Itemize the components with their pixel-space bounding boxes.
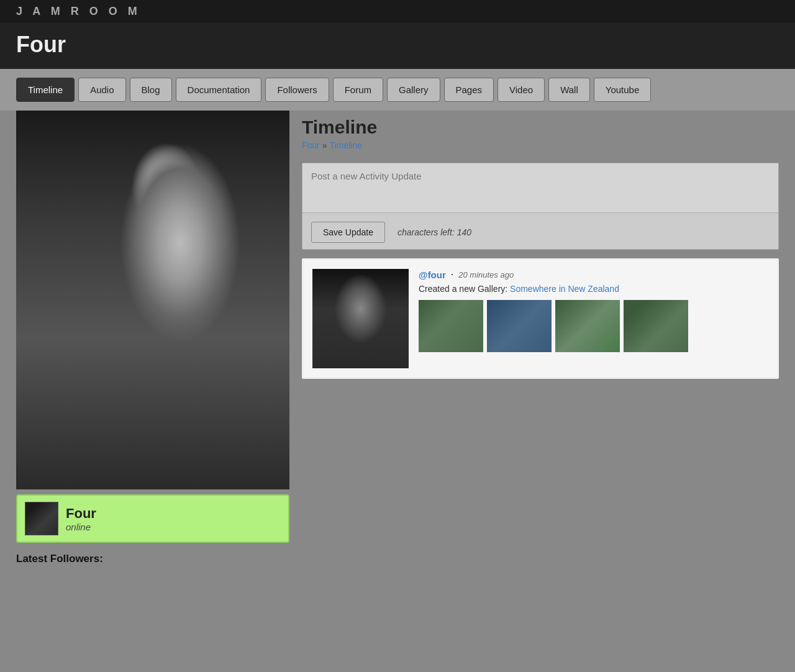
activity-separator: · [451,269,453,280]
tab-forum[interactable]: Forum [333,78,383,102]
gallery-thumb-3[interactable] [555,300,620,352]
gallery-link[interactable]: Somewhere in New Zealand [510,284,619,294]
tab-pages[interactable]: Pages [444,78,494,102]
online-status-box: Four online [16,494,289,543]
gallery-thumb-2[interactable] [487,300,552,352]
activity-textarea[interactable] [302,163,778,213]
tab-youtube[interactable]: Youtube [594,78,652,102]
gallery-thumb-4[interactable] [624,300,688,352]
breadcrumb: Four » Timeline [302,140,779,150]
gallery-thumb-1[interactable] [419,300,483,352]
main-content: Four online Latest Followers: Timeline F… [0,111,795,565]
right-column: Timeline Four » Timeline Save Update cha… [302,111,779,565]
activity-card-avatar [312,269,409,368]
online-status: online [66,522,96,532]
activity-desc-prefix: Created a new Gallery: [419,284,507,294]
save-update-button[interactable]: Save Update [311,222,385,243]
tab-followers[interactable]: Followers [265,78,329,102]
tab-documentation[interactable]: Documentation [176,78,262,102]
activity-time: 20 minutes ago [458,270,514,279]
activity-description: Created a new Gallery: Somewhere in New … [419,284,768,294]
online-info: Four online [66,506,96,532]
online-name: Four [66,506,96,522]
tab-timeline[interactable]: Timeline [16,78,75,102]
tab-video[interactable]: Video [497,78,545,102]
profile-image [16,111,289,489]
activity-update-box: Save Update characters left: 140 [302,163,779,250]
logo: J A M R O O M [16,5,141,18]
activity-footer: Save Update characters left: 140 [302,216,778,249]
tab-wall[interactable]: Wall [548,78,590,102]
tab-audio[interactable]: Audio [78,78,125,102]
latest-followers-label: Latest Followers: [16,553,289,565]
page-header: Four [0,23,795,69]
breadcrumb-parent-link[interactable]: Four [302,140,320,150]
tab-gallery[interactable]: Gallery [387,78,440,102]
page-title: Four [16,32,779,58]
activity-avatar-image [312,269,409,368]
avatar-image [25,502,58,535]
profile-image-container [16,111,289,489]
gallery-thumbnails [419,300,768,352]
nav-tabs: Timeline Audio Blog Documentation Follow… [0,69,795,111]
breadcrumb-current-link[interactable]: Timeline [330,140,362,150]
profile-figure [16,111,289,489]
avatar [25,502,58,535]
top-bar: J A M R O O M [0,0,795,23]
activity-user-link[interactable]: @four [419,270,446,280]
left-column: Four online Latest Followers: [16,111,289,565]
timeline-title: Timeline [302,117,779,138]
activity-card-content: @four · 20 minutes ago Created a new Gal… [419,269,768,368]
activity-card: @four · 20 minutes ago Created a new Gal… [302,258,779,379]
tab-blog[interactable]: Blog [130,78,172,102]
chars-left: characters left: 140 [398,227,471,237]
activity-meta: @four · 20 minutes ago [419,269,768,280]
breadcrumb-separator: » [322,140,327,150]
